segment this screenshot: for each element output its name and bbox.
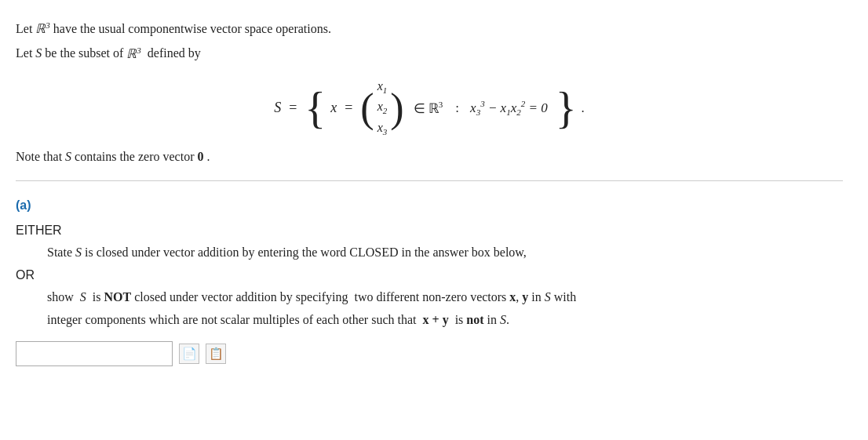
colon: : [455,100,459,116]
set-display: S = { x = ( x1 x2 x3 ) ∈ ℝ3 : x33 − x1x2… [16,78,843,139]
part-a-label: (a) [16,195,843,216]
x-bold: x [509,290,516,304]
element-of: ∈ ℝ3 [414,100,443,117]
xpy-bold: x + y [423,313,449,326]
zero-vector: 0 [197,150,203,163]
not-bold: NOT [104,290,131,304]
divider [16,180,843,181]
answer-input[interactable] [16,341,173,366]
or-label: OR [16,265,843,285]
right-brace: } [556,86,577,130]
eq-sign: = [345,100,352,116]
vector-x1: x1 [377,78,388,97]
note-line: Note that S contains the zero vector 0 . [16,147,843,166]
clipboard-icon-btn[interactable]: 📋 [206,344,226,364]
S-label: S [274,100,281,116]
vector-x3: x3 [377,119,388,139]
S-note: S [65,150,71,163]
column-vector: ( x1 x2 x3 ) [360,78,403,139]
page: Let ℝ3 have the usual componentwise vect… [0,0,868,385]
vector-x2: x2 [377,98,388,118]
left-brace: { [305,86,326,130]
condition-expr: x33 − x1x22 = 0 [470,99,548,117]
upload-icon-btn[interactable]: 📄 [179,344,199,364]
either-label: EITHER [16,220,843,241]
answer-row: 📄 📋 [16,341,843,366]
S-or: S [80,290,86,304]
intro-line2: Let S be the subset of ℝ3 defined by [16,43,843,63]
intro-block: Let ℝ3 have the usual componentwise vect… [16,19,843,64]
set-equation: S = { x = ( x1 x2 x3 ) ∈ ℝ3 : x33 − x1x2… [274,78,585,139]
period: . [582,100,585,116]
clipboard-icon: 📋 [209,344,224,363]
vector-entries: x1 x2 x3 [374,78,391,139]
part-a-block: (a) EITHER State S is closed under vecto… [16,195,843,366]
intro-line1: Let ℝ3 have the usual componentwise vect… [16,19,843,38]
S-italic-1: S [35,47,42,60]
y-bold: y [522,290,528,304]
r3-superscript: ℝ3 [35,22,50,35]
not-bold-2: not [466,313,483,326]
S-or3: S [500,313,506,326]
or-line2: integer components which are not scalar … [47,310,843,330]
or-line1: show S is NOT closed under vector additi… [47,287,843,307]
upload-icon: 📄 [182,344,197,363]
S-or2: S [545,290,551,304]
S-either: S [75,245,82,259]
equals-sign: = [289,100,297,116]
either-text: State S is closed under vector addition … [47,242,843,263]
r3-superscript-2: ℝ3 [126,47,141,60]
x-var: x [330,100,337,116]
paren-left: ( [360,88,374,129]
paren-right: ) [390,88,403,129]
